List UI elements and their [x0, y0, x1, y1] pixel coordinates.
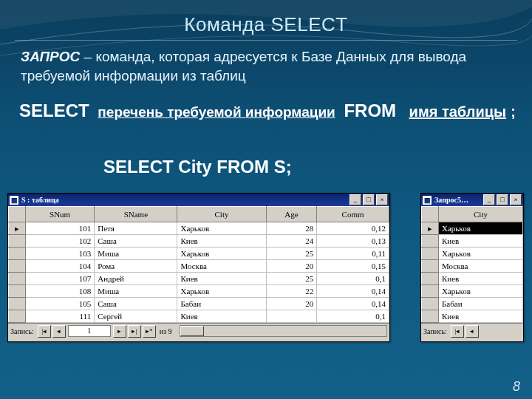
syntax-table: имя таблицы — [409, 103, 506, 120]
cell[interactable]: 0,15 — [317, 260, 389, 273]
nav-first-button[interactable]: |◂ — [451, 325, 464, 338]
cell[interactable]: Киев — [177, 310, 266, 323]
cell[interactable]: Харьков — [439, 248, 523, 260]
row-selector[interactable] — [9, 310, 26, 323]
nav-new-button[interactable]: ▸* — [143, 325, 156, 338]
cell[interactable]: 28 — [266, 222, 317, 235]
cell[interactable]: 104 — [26, 260, 95, 273]
keyword-from: FROM — [344, 100, 396, 120]
cell[interactable]: Харьков — [177, 222, 266, 235]
row-selector[interactable] — [9, 260, 26, 273]
row-selector[interactable] — [422, 273, 439, 285]
cell[interactable]: Миша — [95, 285, 177, 298]
cell[interactable]: Москва — [439, 260, 523, 273]
minimize-button[interactable]: _ — [349, 194, 361, 205]
nav-of-label: из 9 — [160, 327, 172, 335]
nav-prev-button[interactable]: ◂ — [466, 325, 479, 338]
cell[interactable]: Бабаи — [439, 298, 523, 310]
cell[interactable]: 20 — [266, 298, 317, 310]
cell[interactable]: Киев — [177, 273, 266, 285]
cell[interactable]: Рома — [95, 260, 177, 273]
page-number: 8 — [513, 379, 520, 395]
cell[interactable]: 25 — [266, 248, 317, 260]
window-title-right: Запрос5… — [434, 196, 482, 204]
cell[interactable] — [266, 310, 317, 323]
cell[interactable]: 0,11 — [317, 248, 389, 260]
datagrid-left[interactable]: SNumSNameCityAgeComm▸101ПетяХарьков280,1… — [8, 206, 389, 323]
window-table-s: ▦ S : таблица _ □ × SNumSNameCityAgeComm… — [7, 193, 390, 342]
close-button[interactable]: × — [376, 194, 388, 205]
nav-prev-button[interactable]: ◂ — [52, 325, 66, 338]
maximize-button[interactable]: □ — [497, 194, 508, 205]
row-selector[interactable] — [9, 273, 26, 285]
cell[interactable]: 108 — [26, 285, 95, 298]
row-selector[interactable]: ▸ — [422, 222, 439, 235]
minimize-button[interactable]: _ — [483, 194, 495, 205]
cell[interactable]: Харьков — [177, 285, 266, 298]
cell[interactable]: Киев — [439, 273, 523, 285]
column-header[interactable]: City — [439, 207, 523, 222]
cell[interactable]: Бабаи — [177, 298, 266, 310]
cell[interactable]: Андрей — [95, 273, 177, 285]
column-header[interactable]: City — [177, 207, 266, 222]
column-header[interactable]: SNum — [26, 207, 95, 222]
cell[interactable]: 0,13 — [317, 235, 389, 248]
row-selector[interactable]: ▸ — [9, 222, 26, 235]
row-selector[interactable] — [9, 298, 26, 310]
cell[interactable]: 0,14 — [317, 285, 389, 298]
cell[interactable]: Сергей — [95, 310, 177, 323]
nav-first-button[interactable]: |◂ — [38, 325, 51, 338]
row-selector[interactable] — [422, 248, 439, 260]
cell[interactable]: 0,14 — [317, 298, 389, 310]
titlebar-right[interactable]: ▦ Запрос5… _ □ × — [421, 194, 523, 206]
cell[interactable]: 107 — [26, 273, 95, 285]
cell[interactable]: 25 — [266, 273, 317, 285]
row-selector[interactable] — [422, 310, 439, 323]
column-header[interactable]: Comm — [317, 207, 389, 222]
cell[interactable]: 105 — [26, 298, 95, 310]
cell[interactable]: Киев — [177, 235, 266, 248]
row-selector[interactable] — [9, 248, 26, 260]
close-button[interactable]: × — [510, 194, 522, 205]
row-selector[interactable] — [422, 235, 439, 248]
titlebar-left[interactable]: ▦ S : таблица _ □ × — [8, 194, 389, 206]
column-header[interactable]: Age — [266, 207, 317, 222]
nav-record-input[interactable]: 1 — [68, 325, 111, 337]
cell[interactable]: 0,1 — [317, 310, 389, 323]
cell[interactable]: 20 — [266, 260, 317, 273]
cell[interactable]: 24 — [266, 235, 317, 248]
cell[interactable]: 0,1 — [317, 273, 389, 285]
cell[interactable]: Харьков — [439, 222, 523, 235]
cell[interactable]: Киев — [439, 235, 523, 248]
cell[interactable]: 102 — [26, 235, 95, 248]
horizontal-scrollbar[interactable] — [180, 325, 387, 337]
cell[interactable]: 0,12 — [317, 222, 389, 235]
row-selector[interactable] — [422, 285, 439, 298]
cell[interactable]: 103 — [26, 248, 95, 260]
cell[interactable]: 22 — [266, 285, 317, 298]
cell[interactable]: Миша — [95, 248, 177, 260]
row-selector[interactable] — [9, 235, 26, 248]
row-selector[interactable] — [422, 260, 439, 273]
cell[interactable]: Москва — [177, 260, 266, 273]
scrollbar-thumb[interactable] — [180, 326, 204, 336]
cell[interactable]: Харьков — [177, 248, 266, 260]
datagrid-right[interactable]: City▸ХарьковКиевХарьковМоскваКиевХарьков… — [421, 206, 523, 323]
title-underline — [15, 40, 517, 41]
maximize-button[interactable]: □ — [363, 194, 375, 205]
cell[interactable]: Харьков — [439, 285, 523, 298]
row-selector[interactable] — [422, 298, 439, 310]
example-query: SELECT City FROM S; — [103, 157, 292, 177]
cell[interactable]: Саша — [95, 235, 177, 248]
cell[interactable]: 101 — [26, 222, 95, 235]
keyword-select: SELECT — [19, 100, 89, 120]
cell[interactable]: Петя — [95, 222, 177, 235]
syntax-line: SELECT перечень требуемой информации FRO… — [19, 100, 522, 121]
row-selector[interactable] — [9, 285, 26, 298]
column-header[interactable]: SName — [95, 207, 177, 222]
cell[interactable]: Саша — [95, 298, 177, 310]
cell[interactable]: 111 — [26, 310, 95, 323]
cell[interactable]: Киев — [439, 310, 523, 323]
nav-last-button[interactable]: ▸| — [128, 325, 141, 338]
nav-next-button[interactable]: ▸ — [113, 325, 126, 338]
